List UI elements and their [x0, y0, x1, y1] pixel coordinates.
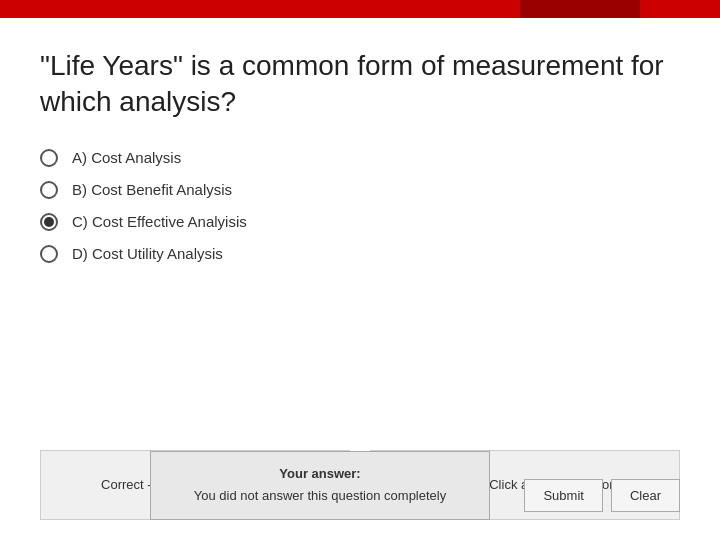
submit-button[interactable]: Submit [524, 479, 602, 512]
top-bar [0, 0, 720, 18]
radio-c-selected [44, 217, 54, 227]
option-d[interactable]: D) Cost Utility Analysis [40, 245, 680, 263]
option-a[interactable]: A) Cost Analysis [40, 149, 680, 167]
radio-c[interactable] [40, 213, 58, 231]
answer-popup-title: Your answer: [171, 466, 469, 481]
question-title: "Life Years" is a common form of measure… [40, 48, 680, 121]
clear-button[interactable]: Clear [611, 479, 680, 512]
radio-d[interactable] [40, 245, 58, 263]
radio-b[interactable] [40, 181, 58, 199]
radio-a[interactable] [40, 149, 58, 167]
option-b[interactable]: B) Cost Benefit Analysis [40, 181, 680, 199]
answer-popup-text: You did not answer this question complet… [171, 487, 469, 505]
option-c[interactable]: C) Cost Effective Analyisis [40, 213, 680, 231]
top-bar-accent [520, 0, 640, 18]
answer-popup: Your answer: You did not answer this que… [150, 451, 490, 520]
option-b-label: B) Cost Benefit Analysis [72, 181, 232, 198]
content-area: "Life Years" is a common form of measure… [0, 18, 720, 540]
option-a-label: A) Cost Analysis [72, 149, 181, 166]
action-buttons: Submit Clear [524, 479, 680, 512]
option-c-label: C) Cost Effective Analyisis [72, 213, 247, 230]
options-list: A) Cost Analysis B) Cost Benefit Analysi… [40, 149, 680, 263]
option-d-label: D) Cost Utility Analysis [72, 245, 223, 262]
